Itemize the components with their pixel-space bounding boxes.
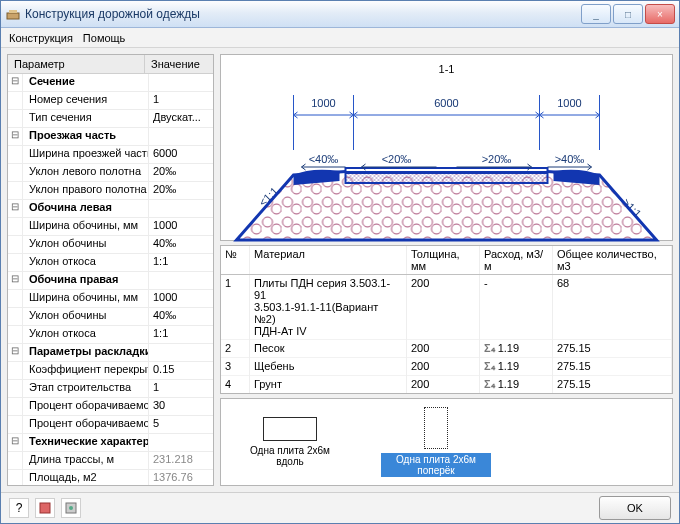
propgrid-value[interactable]: Двускат... xyxy=(149,110,213,127)
slope-outer-right: >40‰ xyxy=(555,153,585,165)
propgrid-row[interactable]: Этап строительства1 xyxy=(8,380,213,398)
propgrid-label: Уклон левого полотна xyxy=(23,164,149,181)
ok-button[interactable]: OK xyxy=(599,496,671,520)
propgrid-row[interactable]: Ширина обочины, мм1000 xyxy=(8,290,213,308)
propgrid-value[interactable]: 1 xyxy=(149,92,213,109)
propgrid-label: Технические характеристики xyxy=(23,434,149,451)
titlebar: Конструкция дорожной одежды _ □ × xyxy=(1,1,679,28)
propgrid-value[interactable]: 5 xyxy=(149,416,213,433)
table-cell: 275.15 xyxy=(553,376,672,394)
dim-right: 1000 xyxy=(557,97,581,109)
slope-outer-left: <40‰ xyxy=(309,153,339,165)
propgrid-row[interactable]: Ширина проезжей части, мм6000 xyxy=(8,146,213,164)
window-title: Конструкция дорожной одежды xyxy=(25,7,581,21)
table-cell: Σ₄ 1.19 xyxy=(480,358,553,376)
table-cell: 4 xyxy=(221,376,250,394)
propgrid-label: Ширина обочины, мм xyxy=(23,290,149,307)
propgrid-value[interactable]: 20‰ xyxy=(149,182,213,199)
propgrid-body[interactable]: ⊟СечениеНомер сечения1Тип сеченияДвускат… xyxy=(8,74,213,485)
propgrid-row[interactable]: Коэффициент перекрытия0.15 xyxy=(8,362,213,380)
expand-toggle-icon[interactable]: ⊟ xyxy=(8,344,23,361)
right-pane: 1-1 1000 6000 1000 xyxy=(220,54,673,486)
propgrid-row[interactable]: ⊟Обочина левая xyxy=(8,200,213,218)
table-row[interactable]: 4Грунт200Σ₄ 1.19275.15 xyxy=(221,376,672,394)
propgrid-label: Уклон правого полотна xyxy=(23,182,149,199)
indent-cell xyxy=(8,416,23,433)
propgrid-row[interactable]: Уклон обочины40‰ xyxy=(8,236,213,254)
propgrid-value[interactable]: 40‰ xyxy=(149,308,213,325)
propgrid-value[interactable]: 1376.76 xyxy=(149,470,213,485)
propgrid-row[interactable]: Ширина обочины, мм1000 xyxy=(8,218,213,236)
propgrid-row[interactable]: Уклон левого полотна20‰ xyxy=(8,164,213,182)
table-cell: 275.15 xyxy=(553,340,672,358)
indent-cell xyxy=(8,182,23,199)
expand-toggle-icon[interactable]: ⊟ xyxy=(8,272,23,289)
propgrid-value xyxy=(149,434,213,451)
propgrid-label: Параметры раскладки xyxy=(23,344,149,361)
close-button[interactable]: × xyxy=(645,4,675,24)
propgrid-value[interactable]: 6000 xyxy=(149,146,213,163)
propgrid-row[interactable]: Уклон правого полотна20‰ xyxy=(8,182,213,200)
propgrid-row[interactable]: ⊟Проезжая часть xyxy=(8,128,213,146)
propgrid-value[interactable]: 1:1 xyxy=(149,254,213,271)
indent-cell xyxy=(8,398,23,415)
help-icon[interactable]: ? xyxy=(9,498,29,518)
propgrid-label: Длина трассы, м xyxy=(23,452,149,469)
expand-toggle-icon[interactable]: ⊟ xyxy=(8,200,23,217)
slab-option-along[interactable]: Одна плита 2x6м вдоль xyxy=(235,417,345,467)
propgrid-value[interactable]: 0.15 xyxy=(149,362,213,379)
slab-options-panel: Одна плита 2x6м вдоль Одна плита 2x6м по… xyxy=(220,398,673,486)
maximize-button[interactable]: □ xyxy=(613,4,643,24)
propgrid-label: Ширина обочины, мм xyxy=(23,218,149,235)
table-row[interactable]: 3Щебень200Σ₄ 1.19275.15 xyxy=(221,358,672,376)
propgrid-label: Уклон откоса xyxy=(23,254,149,271)
propgrid-value[interactable]: 1000 xyxy=(149,218,213,235)
propgrid-value[interactable]: 231.218 xyxy=(149,452,213,469)
expand-toggle-icon[interactable]: ⊟ xyxy=(8,434,23,451)
propgrid-value[interactable]: 1 xyxy=(149,380,213,397)
propgrid-row[interactable]: Уклон откоса1:1 xyxy=(8,326,213,344)
propgrid-row[interactable]: Тип сеченияДвускат... xyxy=(8,110,213,128)
propgrid-row[interactable]: Уклон обочины40‰ xyxy=(8,308,213,326)
indent-cell xyxy=(8,236,23,253)
propgrid-row[interactable]: ⊟Обочина правая xyxy=(8,272,213,290)
slope-inner-right: >20‰ xyxy=(482,153,512,165)
propgrid-value[interactable]: 40‰ xyxy=(149,236,213,253)
propgrid-label: Уклон обочины xyxy=(23,236,149,253)
slope-inner-left: <20‰ xyxy=(382,153,412,165)
propgrid-row[interactable]: Номер сечения1 xyxy=(8,92,213,110)
propgrid-row[interactable]: Длина трассы, м231.218 xyxy=(8,452,213,470)
minimize-button[interactable]: _ xyxy=(581,4,611,24)
propgrid-value[interactable]: 1:1 xyxy=(149,326,213,343)
propgrid-row[interactable]: Уклон откоса1:1 xyxy=(8,254,213,272)
expand-toggle-icon[interactable]: ⊟ xyxy=(8,74,23,91)
propgrid-label: Процент оборачиваемости 2, % xyxy=(23,416,149,433)
propgrid-row[interactable]: Площадь, м21376.76 xyxy=(8,470,213,485)
propgrid-value[interactable]: 20‰ xyxy=(149,164,213,181)
propgrid-value[interactable]: 1000 xyxy=(149,290,213,307)
propgrid-row[interactable]: ⊟Параметры раскладки xyxy=(8,344,213,362)
propgrid-label: Ширина проезжей части, мм xyxy=(23,146,149,163)
propgrid-label: Тип сечения xyxy=(23,110,149,127)
tool-icon-2[interactable] xyxy=(61,498,81,518)
propgrid-label: Номер сечения xyxy=(23,92,149,109)
table-cell: 200 xyxy=(407,376,480,394)
propgrid-row[interactable]: Процент оборачиваемости 1, %30 xyxy=(8,398,213,416)
propgrid-row[interactable]: ⊟Сечение xyxy=(8,74,213,92)
pavement-slab xyxy=(346,173,548,183)
propgrid-value[interactable]: 30 xyxy=(149,398,213,415)
propgrid-row[interactable]: ⊟Технические характеристики xyxy=(8,434,213,452)
footer-bar: ? OK xyxy=(1,492,679,523)
tool-icon-1[interactable] xyxy=(35,498,55,518)
menu-help[interactable]: Помощь xyxy=(83,32,126,44)
table-row[interactable]: 2Песок200Σ₄ 1.19275.15 xyxy=(221,340,672,358)
table-cell: 2 xyxy=(221,340,250,358)
menu-construction[interactable]: Конструкция xyxy=(9,32,73,44)
dim-center: 6000 xyxy=(434,97,458,109)
expand-toggle-icon[interactable]: ⊟ xyxy=(8,128,23,145)
content-area: Параметр Значение ⊟СечениеНомер сечения1… xyxy=(1,48,679,492)
propgrid-header-value: Значение xyxy=(145,55,213,73)
window-controls: _ □ × xyxy=(581,4,675,24)
propgrid-row[interactable]: Процент оборачиваемости 2, %5 xyxy=(8,416,213,434)
slab-option-across[interactable]: Одна плита 2x6м поперёк xyxy=(381,407,491,477)
